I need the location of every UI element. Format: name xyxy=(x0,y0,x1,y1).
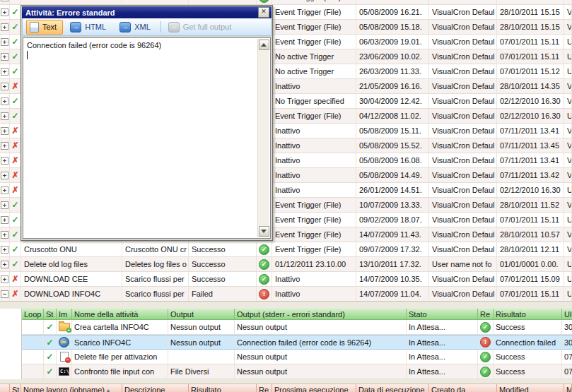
output-text-area[interactable]: Connection failed (error code is 96264) xyxy=(23,37,271,239)
expand-toggle[interactable]: + xyxy=(1,201,8,209)
column-header-im[interactable]: Im xyxy=(57,309,72,319)
jobs-column-header-creato-da[interactable]: Creato da xyxy=(429,384,497,392)
expand-toggle[interactable]: + xyxy=(1,231,8,239)
expand-toggle[interactable]: + xyxy=(1,275,8,283)
console-icon xyxy=(59,367,69,376)
column-header-nome-della-attivit-[interactable]: Nome della attività xyxy=(72,309,168,319)
job-row[interactable]: +✓Successo✓Event Trigger (File)05/08/200… xyxy=(0,0,572,5)
task-row[interactable]: ✓Scarico INFO4CNessun outputConnection f… xyxy=(22,335,572,350)
collapse-toggle[interactable]: − xyxy=(1,290,8,298)
scroll-down-button[interactable] xyxy=(259,226,269,237)
close-icon[interactable]: ✕ xyxy=(258,7,269,18)
job-status-cell: ✓ xyxy=(10,198,21,212)
expand-toggle[interactable]: + xyxy=(1,142,8,150)
expand-toggle[interactable]: + xyxy=(1,246,8,254)
expand-toggle[interactable]: + xyxy=(1,172,8,179)
text-tab-button[interactable]: Text xyxy=(26,20,63,35)
job-created-by-cell: VisualCron Defaul xyxy=(429,242,497,256)
job-name-cell: Delete old log files xyxy=(21,257,122,271)
output-text: Connection failed (error code is 96264) xyxy=(23,38,270,49)
expand-toggle[interactable]: + xyxy=(1,186,8,194)
expand-toggle[interactable]: + xyxy=(1,0,8,1)
job-name-cell: DOWNLOAD CEE xyxy=(21,272,122,286)
column-header-loop[interactable]: Loop xyxy=(22,309,44,319)
expand-toggle[interactable]: + xyxy=(1,23,8,31)
job-execution-date-cell: 14/07/2009 11.43. xyxy=(356,227,429,242)
column-header-re[interactable]: Re xyxy=(478,309,494,319)
task-row[interactable]: ✓Confronto file input conFile DiversiNes… xyxy=(22,364,572,379)
job-expand-cell: + xyxy=(0,35,10,49)
job-description-cell: Scarico flussi per xyxy=(122,287,189,301)
expand-toggle[interactable]: + xyxy=(1,127,8,135)
column-header-ult[interactable]: Ult xyxy=(562,309,572,319)
jobs-column-header-modified[interactable]: Modified xyxy=(497,384,564,392)
jobs-column-header-re[interactable]: Re xyxy=(257,384,272,392)
column-header-stato[interactable]: Stato xyxy=(407,309,478,319)
get-full-output-button[interactable]: → Get full output xyxy=(165,20,238,35)
jobs-column-header-data-di-esecuzione[interactable]: Data di esecuzione xyxy=(356,384,429,392)
expand-toggle[interactable]: + xyxy=(1,97,8,105)
job-name-cell: Cruscotto ONU xyxy=(21,242,122,256)
job-modified-by-cell: U xyxy=(564,35,572,49)
task-enabled-icon: ✓ xyxy=(46,338,53,347)
expand-toggle[interactable]: + xyxy=(1,216,8,224)
job-execution-date-cell: 14/07/2009 11.04. xyxy=(356,287,429,301)
expand-toggle[interactable]: + xyxy=(1,38,8,46)
expand-toggle[interactable]: + xyxy=(1,8,8,16)
html-tab-button[interactable]: → HTML xyxy=(66,20,112,35)
job-expand-cell: + xyxy=(0,109,10,123)
jobs-column-header-prossima-esecuzione[interactable]: Prossima esecuzione xyxy=(272,384,356,392)
job-row[interactable]: +✓Delete old log filesDeletes log files … xyxy=(0,257,572,272)
expand-toggle[interactable]: + xyxy=(1,53,8,61)
task-row[interactable]: ✓Delete file per attivazionNessun output… xyxy=(22,350,572,364)
job-modified-cell: 02/12/2010 16.30 xyxy=(497,94,564,108)
vertical-scrollbar[interactable] xyxy=(257,39,269,237)
job-modified-by-cell: V xyxy=(564,124,572,138)
job-status-cell: ✓ xyxy=(10,49,21,64)
job-enabled-icon: ✓ xyxy=(11,201,18,209)
jobs-column-header-st[interactable]: St xyxy=(10,384,21,392)
jobs-column-header-risultato[interactable]: Risultato xyxy=(189,384,257,392)
column-header-output-stderr-errori-standard-[interactable]: Output (stderr - errori standard) xyxy=(235,309,407,319)
expand-toggle[interactable]: + xyxy=(1,83,8,90)
expand-toggle[interactable]: + xyxy=(1,68,8,76)
xml-tab-button[interactable]: → XML xyxy=(116,20,157,35)
job-row[interactable]: −✗DOWNLOAD INFO4CScarico flussi perFaile… xyxy=(0,287,572,302)
job-description-cell: Scarico flussi per xyxy=(122,272,189,286)
task-row[interactable]: ✓Crea cartella INFO4CNessun outputNessun… xyxy=(22,320,572,335)
column-header-risultato[interactable]: Risultato xyxy=(494,309,562,319)
job-description-cell: Cruscotto ONU cr xyxy=(122,242,189,256)
jobs-column-header-descrizione[interactable]: Descrizione xyxy=(122,384,189,392)
expand-toggle[interactable]: + xyxy=(1,157,8,165)
job-next-execution-cell: Event Trigger (File) xyxy=(272,242,356,256)
job-modified-cell: 02/12/2010 16.30 xyxy=(497,183,564,197)
column-header-st[interactable]: St xyxy=(44,309,57,319)
window-titlebar[interactable]: Attività: Errore standard ✕ xyxy=(22,6,272,18)
column-header-output[interactable]: Output xyxy=(168,309,235,319)
task-state-cell: In Attesa... xyxy=(407,335,478,349)
job-disabled-icon: ✗ xyxy=(11,126,18,135)
html-export-icon: → xyxy=(70,22,81,32)
job-modified-cell: 07/11/2011 13.45 xyxy=(497,138,564,153)
scroll-up-button[interactable] xyxy=(259,40,269,50)
task-state-cell: In Attesa... xyxy=(407,350,478,364)
job-created-by-cell: VisualCron Defaul xyxy=(429,94,497,108)
job-next-execution-cell: Inattivo xyxy=(272,79,356,93)
job-name-cell xyxy=(21,0,122,4)
expand-toggle[interactable]: + xyxy=(1,112,8,120)
task-stderr-cell: Nessun output xyxy=(235,364,407,379)
jobs-column-header-expand[interactable] xyxy=(0,384,10,392)
job-row[interactable]: +✗DOWNLOAD CEEScarico flussi perSuccesso… xyxy=(0,272,572,287)
job-modified-by-cell: V xyxy=(564,94,572,108)
job-created-by-cell: VisualCron Defaul xyxy=(429,124,497,138)
job-created-by-cell: VisualCron Defaul xyxy=(429,287,497,301)
task-status-cell: ✓ xyxy=(44,350,57,364)
jobs-column-header-m[interactable]: M xyxy=(564,384,572,392)
jobs-column-header-nome-lavoro-jobname-[interactable]: Nome lavoro (jobname)▴ xyxy=(21,384,122,392)
job-row[interactable]: +✓Cruscotto ONUCruscotto ONU crSuccesso✓… xyxy=(0,242,572,257)
job-modified-by-cell: U xyxy=(564,213,572,227)
file-delete-icon xyxy=(60,352,69,362)
job-modified-by-cell: U xyxy=(564,287,572,301)
task-last-execution-cell: 07 xyxy=(562,364,572,379)
expand-toggle[interactable]: + xyxy=(1,261,8,268)
